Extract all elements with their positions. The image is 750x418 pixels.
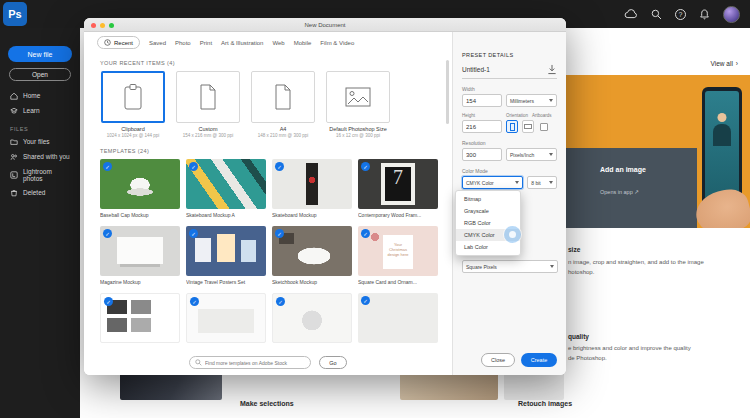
template-thumbnail: ✓Your Christmas design here: [358, 226, 438, 276]
files-section-header: FILES: [0, 118, 80, 134]
tutorial-item-title[interactable]: Make selections: [240, 400, 294, 407]
template-thumbnail: ✓: [358, 293, 438, 343]
template-card[interactable]: ✓: [272, 293, 352, 346]
create-button[interactable]: Create: [521, 353, 557, 367]
template-card-magazine[interactable]: ✓ Magazine Mockup: [100, 226, 180, 285]
resolution-units-dropdown[interactable]: Pixels/Inch: [506, 148, 557, 161]
check-badge-icon: ✓: [189, 229, 198, 238]
cursor-click-indicator: [504, 226, 521, 243]
close-button[interactable]: Close: [481, 353, 515, 367]
zoom-window-button[interactable]: [109, 23, 114, 28]
template-card-baseball-cap[interactable]: ✓ Baseball Cap Mockup: [100, 159, 180, 218]
preset-details-panel: PRESET DETAILS Untitled-1 Width Millimet…: [452, 32, 566, 375]
phone-screen: [705, 91, 739, 205]
units-dropdown[interactable]: Millimeters: [506, 94, 557, 107]
new-document-dialog: New Document Recent Saved Photo Print Ar…: [84, 18, 566, 375]
color-mode-dropdown[interactable]: CMYK Color: [462, 176, 523, 189]
tab-recent[interactable]: Recent: [97, 36, 140, 49]
recent-item-default-size[interactable]: Default Photoshop Size 16 x 12 cm @ 300 …: [325, 71, 391, 139]
sidebar-item-lightroom[interactable]: Lightroom photos: [0, 164, 80, 185]
template-card-sketchbook[interactable]: ✓ Sketchbook Mockup: [272, 226, 352, 285]
tab-art-illustration[interactable]: Art & Illustration: [221, 40, 263, 46]
recent-item-clipboard[interactable]: Clipboard 1024 x 1024 px @ 144 ppi: [100, 71, 166, 139]
template-thumbnail: ✓: [272, 226, 352, 276]
template-card-skateboard-a[interactable]: ✓ Skateboard Mockup A: [186, 159, 266, 218]
graduation-cap-icon: [10, 107, 18, 115]
search-icon[interactable]: [651, 9, 662, 20]
template-card-skateboard[interactable]: ✓ Skateboard Mockup: [272, 159, 352, 218]
template-thumbnail: ✓7: [358, 159, 438, 209]
new-file-button[interactable]: New file: [8, 46, 72, 62]
template-thumbnail: ✓: [186, 293, 266, 343]
close-window-button[interactable]: [91, 23, 96, 28]
sidebar-item-deleted[interactable]: Deleted: [0, 185, 80, 200]
orientation-landscape-button[interactable]: [522, 120, 534, 133]
tab-photo[interactable]: Photo: [175, 40, 191, 46]
search-input[interactable]: [205, 360, 305, 366]
template-card[interactable]: ✓: [186, 293, 266, 346]
sidebar-item-your-files[interactable]: Your files: [0, 134, 80, 149]
resolution-input[interactable]: [462, 148, 502, 161]
artboards-checkbox[interactable]: [540, 123, 548, 131]
template-card[interactable]: ✓: [100, 293, 180, 346]
template-search-field[interactable]: [189, 356, 311, 369]
chevron-down-icon: [550, 265, 554, 268]
pixel-aspect-dropdown[interactable]: Square Pixels: [462, 260, 558, 273]
sidebar-item-label: Lightroom photos: [23, 168, 70, 182]
recent-item-custom[interactable]: Custom 154 x 216 mm @ 300 ppi: [175, 71, 241, 139]
clipboard-icon: [122, 83, 144, 111]
template-card-square-card[interactable]: ✓Your Christmas design here Square Card …: [358, 226, 438, 285]
cloud-sync-icon[interactable]: [624, 9, 638, 19]
tutorial-heading-fragment: quality: [568, 333, 589, 340]
menu-option-grayscale[interactable]: Grayscale: [456, 205, 520, 217]
hero-card-title: Add an image: [600, 166, 646, 173]
recent-item-a4[interactable]: A4 148 x 210 mm @ 300 ppi: [250, 71, 316, 139]
sidebar-item-home[interactable]: Home: [0, 88, 80, 103]
photoshop-home-screen: Ps ? New file Open Home Learn FILES Your: [0, 0, 750, 418]
sidebar-item-shared[interactable]: Shared with you: [0, 149, 80, 164]
tutorial-body-fragment: hotoshop.: [568, 269, 594, 275]
orientation-portrait-button[interactable]: [506, 120, 518, 133]
check-badge-icon: ✓: [361, 296, 370, 305]
dialog-tabs: Recent Saved Photo Print Art & Illustrat…: [84, 33, 452, 52]
template-card-travel-posters[interactable]: ✓ Vintage Travel Posters Set: [186, 226, 266, 285]
view-all-link[interactable]: View all›: [711, 60, 738, 67]
tab-print[interactable]: Print: [200, 40, 212, 46]
lightroom-icon: [10, 171, 18, 179]
sidebar-item-learn[interactable]: Learn: [0, 103, 80, 118]
minimize-window-button[interactable]: [100, 23, 105, 28]
user-avatar[interactable]: [723, 6, 740, 23]
tutorial-item-title[interactable]: Retouch images: [518, 400, 572, 407]
width-label: Width: [462, 86, 557, 92]
width-input[interactable]: [462, 94, 502, 107]
template-card-wood-frame[interactable]: ✓7 Contemporary Wood Fram...: [358, 159, 438, 218]
bell-icon[interactable]: [699, 9, 710, 20]
tab-mobile[interactable]: Mobile: [294, 40, 312, 46]
open-button[interactable]: Open: [9, 68, 71, 81]
check-badge-icon: ✓: [103, 229, 112, 238]
bit-depth-dropdown[interactable]: 8 bit: [527, 176, 557, 189]
check-badge-icon: ✓: [276, 297, 285, 306]
template-thumbnail: ✓: [272, 159, 352, 209]
sidebar-item-label: Home: [23, 92, 40, 99]
tab-web[interactable]: Web: [272, 40, 284, 46]
scrollbar[interactable]: [446, 60, 449, 124]
tab-film-video[interactable]: Film & Video: [320, 40, 354, 46]
trash-icon: [10, 189, 18, 197]
check-badge-icon: ✓: [104, 297, 113, 306]
document-icon: [198, 84, 218, 110]
document-name-field[interactable]: Untitled-1: [462, 66, 490, 73]
height-input[interactable]: [462, 120, 502, 133]
check-badge-icon: ✓: [361, 162, 370, 171]
template-card[interactable]: ✓: [358, 293, 438, 346]
chevron-right-icon: ›: [736, 60, 738, 67]
save-preset-icon[interactable]: [547, 64, 557, 75]
sidebar-item-label: Your files: [23, 138, 50, 145]
go-button[interactable]: Go: [319, 356, 347, 369]
menu-option-bitmap[interactable]: Bitmap: [456, 193, 520, 205]
artboards-label: Artboards: [532, 113, 552, 118]
help-icon[interactable]: ?: [675, 9, 686, 20]
templates-header: TEMPLATES (24): [100, 148, 452, 154]
tutorial-body-fragment: de Photoshop.: [568, 355, 607, 361]
tab-saved[interactable]: Saved: [149, 40, 166, 46]
